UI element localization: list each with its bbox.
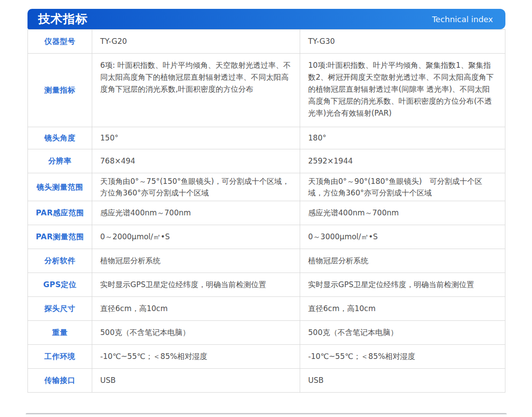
cell-g30: -10℃~55℃；＜85%相对湿度 (300, 345, 505, 369)
cell-g30: 0～3000μmol/㎡•S (300, 225, 505, 249)
table-row: PAR感应范围感应光谱400nm～700nm感应光谱400nm～700nm (28, 201, 505, 225)
row-label: 镜头角度 (28, 127, 92, 149)
row-label: 分辨率 (28, 149, 92, 173)
cell-g20: -10℃~55℃；＜85%相对湿度 (92, 345, 300, 369)
cell-g20: TY-G20 (92, 30, 300, 54)
spec-section: 技术指标 Technical index 仪器型号TY-G20TY-G30测量指… (27, 9, 505, 393)
table-row: 分析软件植物冠层分析系统植物冠层分析系统 (28, 249, 505, 273)
row-label: 重量 (28, 321, 92, 345)
cell-g30: 感应光谱400nm～700nm (300, 201, 505, 225)
table-row: 镜头测量范围天顶角由0°～75°(150°鱼眼镜头)，可分割成十个区域，方位角3… (28, 173, 505, 201)
section-title-zh: 技术指标 (38, 9, 88, 29)
spec-table: 仪器型号TY-G20TY-G30测量指标6项: 叶面积指数、叶片平均倾角、天空散… (27, 29, 505, 393)
table-row: 重量500克（不含笔记本电脑）500克（不含笔记本电脑） (28, 321, 505, 345)
table-row: PAR测量范围0～2000μmol/㎡•S0～3000μmol/㎡•S (28, 225, 505, 249)
table-row: 工作环境-10℃~55℃；＜85%相对湿度-10℃~55℃；＜85%相对湿度 (28, 345, 505, 369)
row-label: 测量指标 (28, 54, 92, 127)
row-label: 探头尺寸 (28, 297, 92, 321)
cell-g20: 植物冠层分析系统 (92, 249, 300, 273)
page: { "header": { "title_zh": "技术指标", "title… (0, 0, 532, 417)
cell-g30: 天顶角由0°～90°(180°鱼眼镜头) 可分割成十个区域，方位角360°亦可分… (300, 173, 505, 201)
table-row: 镜头角度150°180° (28, 127, 505, 149)
cell-g30: 500克（不含笔记本电脑） (300, 321, 505, 345)
cell-g30: 直径6cm，高10cm (300, 297, 505, 321)
row-label: GPS定位 (28, 273, 92, 297)
row-label: PAR测量范围 (28, 225, 92, 249)
cell-g30: 180° (300, 127, 505, 149)
cell-g20: 实时显示GPS卫星定位经纬度，明确当前检测位置 (92, 273, 300, 297)
cell-g30: 植物冠层分析系统 (300, 249, 505, 273)
next-section-divider (26, 413, 507, 414)
cell-g20: 6项: 叶面积指数、叶片平均倾角、天空散射光透过率、不同太阳高度角下的植物冠层直… (92, 54, 300, 127)
cell-g20: 直径6cm，高10cm (92, 297, 300, 321)
table-row: 分辨率768×4942592×1944 (28, 149, 505, 173)
cell-g30: 2592×1944 (300, 149, 505, 173)
table-row: 探头尺寸直径6cm，高10cm直径6cm，高10cm (28, 297, 505, 321)
cell-g20: 0～2000μmol/㎡•S (92, 225, 300, 249)
table-row: 测量指标6项: 叶面积指数、叶片平均倾角、天空散射光透过率、不同太阳高度角下的植… (28, 54, 505, 127)
cell-g30: USB (300, 369, 505, 393)
table-row: 仪器型号TY-G20TY-G30 (28, 30, 505, 54)
table-row: GPS定位实时显示GPS卫星定位经纬度，明确当前检测位置实时显示GPS卫星定位经… (28, 273, 505, 297)
cell-g20: 150° (92, 127, 300, 149)
row-label: PAR感应范围 (28, 201, 92, 225)
row-label: 工作环境 (28, 345, 92, 369)
cell-g30: TY-G30 (300, 30, 505, 54)
section-header: 技术指标 Technical index (27, 9, 505, 29)
cell-g20: 500克（不含笔记本电脑） (92, 321, 300, 345)
cell-g30: 10项:叶面积指数、叶片平均倾角、聚集指数1、聚集指数2、树冠开阔度天空散射光透… (300, 54, 505, 127)
table-row: 传输接口USBUSB (28, 369, 505, 393)
row-label: 传输接口 (28, 369, 92, 393)
row-label: 分析软件 (28, 249, 92, 273)
section-title-en: Technical index (432, 15, 493, 24)
cell-g20: 768×494 (92, 149, 300, 173)
cell-g20: 天顶角由0°～75°(150°鱼眼镜头)，可分割成十个区域，方位角360°亦可分… (92, 173, 300, 201)
cell-g20: USB (92, 369, 300, 393)
row-label: 仪器型号 (28, 30, 92, 54)
cell-g20: 感应光谱400nm～700nm (92, 201, 300, 225)
cell-g30: 实时显示GPS卫星定位经纬度，明确当前检测位置 (300, 273, 505, 297)
row-label: 镜头测量范围 (28, 173, 92, 201)
